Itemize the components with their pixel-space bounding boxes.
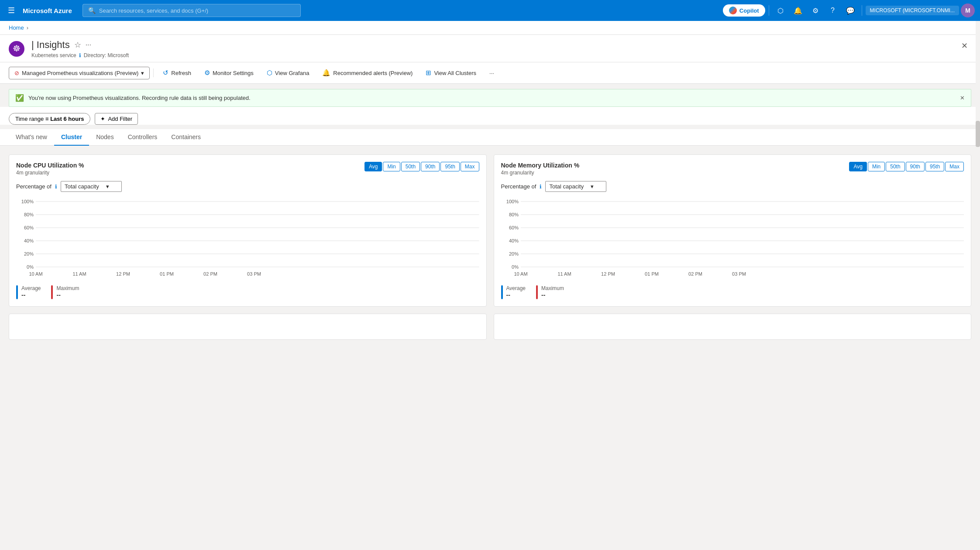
svg-text:20%: 20% xyxy=(24,251,34,256)
tab-nodes[interactable]: Nodes xyxy=(89,129,120,146)
chart-svg-cpu: 100%80%60%40%20%0%10 AM11 AM12 PM01 PM02… xyxy=(16,197,479,280)
view-all-clusters-label: View All Clusters xyxy=(434,70,476,76)
user-tenant[interactable]: MICROSOFT (MICROSOFT.ONMI... xyxy=(866,6,959,15)
svg-text:0%: 0% xyxy=(27,264,34,270)
capacity-dropdown-cpu[interactable]: Total capacity▾ xyxy=(61,181,122,192)
brand-name: Microsoft Azure xyxy=(23,7,72,14)
scrollbar-thumb[interactable] xyxy=(976,121,980,147)
svg-text:80%: 80% xyxy=(509,212,518,217)
chart-btn-95th-memory[interactable]: 95th xyxy=(925,162,944,171)
chart-btn-min-memory[interactable]: Min xyxy=(868,162,885,171)
svg-text:60%: 60% xyxy=(24,225,34,230)
page-header: ☸ | Insights ☆ ··· Kubernetes service ℹ … xyxy=(0,35,980,62)
top-nav: ☰ Microsoft Azure 🔍 Copilot ⬡ 🔔 ⚙ ? 💬 MI… xyxy=(0,0,980,21)
chart-btn-90th-memory[interactable]: 90th xyxy=(906,162,925,171)
chart-btn-95th-cpu[interactable]: 95th xyxy=(440,162,459,171)
more-icon[interactable]: ··· xyxy=(86,41,91,49)
legend-item: Maximum -- xyxy=(536,285,564,299)
tabs: What's newClusterNodesControllersContain… xyxy=(0,129,980,146)
chart-granularity-memory: 4m granularity xyxy=(501,170,580,176)
view-grafana-label: View Grafana xyxy=(275,70,309,76)
chart-btn-max-memory[interactable]: Max xyxy=(945,162,964,171)
subtitle-dir: Directory: Microsoft xyxy=(84,52,129,58)
search-bar[interactable]: 🔍 xyxy=(83,4,301,17)
help-icon[interactable]: ? xyxy=(825,3,841,18)
success-icon: ✅ xyxy=(15,94,24,102)
hamburger-icon[interactable]: ☰ xyxy=(5,3,17,18)
legend-value: -- xyxy=(56,291,79,298)
chart-btn-90th-cpu[interactable]: 90th xyxy=(421,162,440,171)
chart-card-placeholder1 xyxy=(9,314,487,340)
main-content: Node CPU Utilization %4m granularityAvgM… xyxy=(0,146,980,348)
capacity-dropdown-memory[interactable]: Total capacity▾ xyxy=(545,181,606,192)
recommended-alerts-button[interactable]: 🔔 Recommended alerts (Preview) xyxy=(316,66,418,80)
chart-btn-50th-cpu[interactable]: 50th xyxy=(401,162,420,171)
search-icon: 🔍 xyxy=(88,7,96,14)
monitor-settings-button[interactable]: ⚙ Monitor Settings xyxy=(199,66,259,80)
charts-row2 xyxy=(9,314,971,340)
copilot-button[interactable]: Copilot xyxy=(723,4,765,17)
view-grafana-button[interactable]: ⬡ View Grafana xyxy=(261,66,315,80)
svg-text:03 PM: 03 PM xyxy=(247,271,261,277)
prometheus-button[interactable]: ⊘ Managed Prometheus visualizations (Pre… xyxy=(9,67,150,79)
grafana-icon: ⬡ xyxy=(267,69,272,77)
bell-icon[interactable]: 🔔 xyxy=(790,3,806,18)
chart-title-cpu: Node CPU Utilization % xyxy=(16,162,84,169)
chart-area-memory: 100%80%60%40%20%0%10 AM11 AM12 PM01 PM02… xyxy=(501,197,964,280)
svg-text:02 PM: 02 PM xyxy=(688,271,702,277)
legend-item: Average -- xyxy=(16,285,41,299)
tab-controllers[interactable]: Controllers xyxy=(121,129,165,146)
legend-color xyxy=(536,285,538,299)
chart-btn-avg-memory[interactable]: Avg xyxy=(849,162,867,171)
tab-whats-new[interactable]: What's new xyxy=(9,129,54,146)
svg-text:12 PM: 12 PM xyxy=(601,271,615,277)
settings-icon[interactable]: ⚙ xyxy=(808,3,823,18)
svg-text:80%: 80% xyxy=(24,212,34,217)
svg-text:02 PM: 02 PM xyxy=(203,271,217,277)
info-icon: ℹ xyxy=(79,52,81,58)
nav-divider2 xyxy=(862,5,862,16)
view-all-clusters-button[interactable]: ⊞ View All Clusters xyxy=(420,66,482,80)
chart-btn-50th-memory[interactable]: 50th xyxy=(886,162,904,171)
svg-text:10 AM: 10 AM xyxy=(29,271,42,277)
time-range-filter[interactable]: Time range = Last 6 hours xyxy=(9,113,90,125)
monitor-settings-label: Monitor Settings xyxy=(213,70,254,76)
svg-text:40%: 40% xyxy=(509,238,518,243)
legend-label: Average xyxy=(506,285,526,291)
feedback-icon[interactable]: 💬 xyxy=(842,3,858,18)
legend-color xyxy=(16,285,18,299)
add-filter-icon: ✦ xyxy=(100,116,105,122)
banner-close-button[interactable]: ✕ xyxy=(960,95,965,101)
close-button[interactable]: ✕ xyxy=(958,39,971,52)
svg-text:11 AM: 11 AM xyxy=(72,271,86,277)
svg-text:0%: 0% xyxy=(512,264,519,270)
chart-btn-avg-cpu[interactable]: Avg xyxy=(364,162,382,171)
subtitle-service: Kubernetes service xyxy=(31,52,76,58)
chart-btn-min-cpu[interactable]: Min xyxy=(383,162,400,171)
scrollbar[interactable] xyxy=(976,0,980,348)
chevron-down-icon: ▾ xyxy=(141,70,144,76)
avatar[interactable]: M xyxy=(961,3,975,17)
star-icon[interactable]: ☆ xyxy=(74,40,81,50)
legend-item: Average -- xyxy=(501,285,526,299)
info-icon: ℹ xyxy=(540,184,542,190)
more-button[interactable]: ··· xyxy=(484,67,500,79)
prometheus-label: Managed Prometheus visualizations (Previ… xyxy=(22,70,138,76)
add-filter-button[interactable]: ✦ Add Filter xyxy=(95,113,138,125)
chart-title-memory: Node Memory Utilization % xyxy=(501,162,580,169)
svg-text:100%: 100% xyxy=(506,199,518,204)
tab-containers[interactable]: Containers xyxy=(164,129,208,146)
chart-filter-memory: Percentage ofℹTotal capacity▾ xyxy=(501,181,964,192)
tab-cluster[interactable]: Cluster xyxy=(54,129,89,146)
portal-icon[interactable]: ⬡ xyxy=(773,3,788,18)
svg-text:☸: ☸ xyxy=(13,44,21,53)
breadcrumb-home[interactable]: Home xyxy=(9,24,24,31)
chart-btn-max-cpu[interactable]: Max xyxy=(461,162,479,171)
toolbar-sep1 xyxy=(153,68,154,77)
legend-value: -- xyxy=(21,291,41,298)
svg-text:40%: 40% xyxy=(24,238,34,243)
charts-row: Node CPU Utilization %4m granularityAvgM… xyxy=(9,154,971,307)
chart-legend-cpu: Average -- Maximum -- xyxy=(16,285,479,299)
search-input[interactable] xyxy=(99,7,295,14)
refresh-button[interactable]: ↺ Refresh xyxy=(157,66,197,80)
